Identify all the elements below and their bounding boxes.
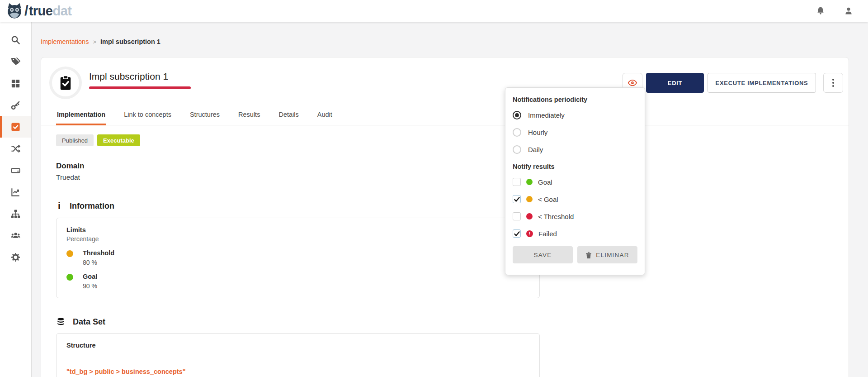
toolbar-actions: EDIT EXECUTE IMPLEMENTATIONS [623,67,843,99]
checkbox-icon [513,229,521,238]
goal-status-dot [526,179,533,185]
sidebar-item-taxonomy[interactable] [0,203,31,224]
sidebar-item-tags[interactable] [0,51,31,72]
dataset-section-header: Data Set [56,317,834,327]
threshold-value: 80 % [83,259,529,266]
tab-implementation[interactable]: Implementation [56,106,106,125]
limits-title: Limits [66,226,529,234]
app-header: / truedat [0,0,868,22]
below-goal-status-dot [526,196,533,202]
information-section-header: i Information [56,200,834,211]
tab-structures[interactable]: Structures [189,106,221,125]
threshold-name: Threshold [83,249,529,257]
user-account-button[interactable] [841,3,856,19]
notifications-bell-button[interactable] [813,3,828,19]
logo-text-primary: true [29,4,53,18]
sidebar-item-sources[interactable] [0,159,31,181]
grid-icon [10,78,21,89]
breadcrumb-separator: > [93,38,96,45]
goal-dot [66,274,73,281]
status-badges: Published Executable [56,134,834,146]
tab-audit[interactable]: Audit [316,106,333,125]
breadcrumb: Implementations > Impl subscription 1 [41,38,868,45]
structure-divider [66,356,529,356]
checkbox-option-failed[interactable]: Failed [513,228,637,239]
sidebar-nav [0,22,32,377]
checkbox-option-goal[interactable]: Goal [513,177,637,187]
notifications-popup: Notifications periodicity Immediately Ho… [505,87,645,275]
execute-implementations-button[interactable]: EXECUTE IMPLEMENTATIONS [708,73,816,93]
dataset-title: Data Set [73,317,105,327]
logo-slash: / [24,3,28,19]
radio-option-hourly[interactable]: Hourly [513,127,637,138]
tab-bar: Implementation Link to concepts Structur… [41,106,849,125]
radio-label: Hourly [528,129,547,136]
radio-option-immediately[interactable]: Immediately [513,110,637,120]
title-underline-bar [89,86,191,89]
goal-name: Goal [83,273,529,281]
information-title: Information [70,201,114,211]
truedat-logo[interactable]: / truedat [6,3,71,19]
info-icon: i [56,200,62,211]
breadcrumb-implementations-link[interactable]: Implementations [41,38,89,45]
radio-label: Daily [528,146,543,153]
key-icon [10,100,21,110]
radio-option-daily[interactable]: Daily [513,144,637,155]
delete-button[interactable]: ELIMINAR [577,246,637,263]
structure-path-link[interactable]: "td_bg > public > business_concepts" [66,368,186,375]
sidebar-item-dashboards[interactable] [0,181,31,203]
domain-value: Truedat [56,173,834,181]
limits-subtitle: Percentage [66,235,529,243]
status-badge-published: Published [56,134,94,146]
periodicity-title: Notifications periodicity [513,96,637,103]
drive-icon [10,165,21,176]
breadcrumb-current: Impl subscription 1 [100,38,160,45]
radio-label: Immediately [528,111,565,119]
checkbox-label: < Goal [538,196,558,203]
checkbox-label: < Threshold [538,213,574,220]
radio-icon [513,145,521,154]
search-icon [10,35,21,45]
implementation-card: Impl subscription 1 EDIT EXECUTE IMPLEME… [41,57,849,377]
sidebar-item-settings[interactable] [0,246,31,268]
save-button[interactable]: SAVE [513,246,573,263]
threshold-dot [66,250,73,257]
status-badge-executable: Executable [97,134,140,146]
checkbox-icon [513,178,521,186]
structure-panel: Structure "td_bg > public > business_con… [56,333,540,377]
save-label: SAVE [534,252,552,258]
chart-line-icon [10,187,21,197]
structure-title: Structure [66,342,529,349]
tab-details[interactable]: Details [278,106,299,125]
checkbox-option-below-goal[interactable]: < Goal [513,194,637,205]
checkbox-icon [513,195,521,203]
radio-icon [513,111,521,119]
tab-link-to-concepts[interactable]: Link to concepts [123,106,172,125]
sidebar-item-lineage[interactable] [0,138,31,159]
sidebar-item-permissions[interactable] [0,94,31,116]
checkbox-option-below-threshold[interactable]: < Threshold [513,211,637,222]
sidebar-item-modules[interactable] [0,72,31,94]
popup-actions: SAVE ELIMINAR [513,246,637,263]
tab-results[interactable]: Results [237,106,261,125]
sidebar-item-quality[interactable] [0,116,31,138]
database-icon [56,317,66,327]
limit-entry-threshold: Threshold 80 % [66,249,529,266]
checkbox-label: Goal [538,178,552,186]
bell-icon [816,6,825,15]
sidebar-item-search[interactable] [0,29,31,51]
limit-entry-goal: Goal 90 % [66,273,529,290]
page-title: Impl subscription 1 [89,71,191,82]
gear-icon [10,252,21,262]
below-threshold-status-dot [526,213,533,220]
more-options-button[interactable] [823,73,843,93]
edit-button[interactable]: EDIT [646,73,704,93]
clipboard-check-icon [57,75,74,91]
implementation-avatar [49,67,82,99]
notify-results-title: Notify results [513,163,637,170]
radio-icon [513,128,521,137]
failed-exclamation-icon [526,230,533,237]
delete-label: ELIMINAR [596,252,629,258]
domain-block: Domain Truedat [56,162,834,181]
sidebar-item-users[interactable] [0,224,31,246]
